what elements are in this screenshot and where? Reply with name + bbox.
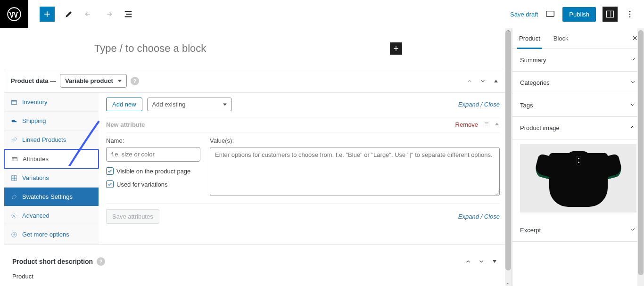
close-sidebar-icon[interactable]: × xyxy=(632,33,637,43)
inline-add-block-button[interactable] xyxy=(390,42,402,55)
tab-variations[interactable]: Variations xyxy=(4,169,99,188)
edit-icon[interactable] xyxy=(63,8,74,20)
product-image-thumbnail[interactable] xyxy=(520,144,636,212)
settings-panel-button[interactable] xyxy=(603,7,618,22)
product-data-header: Product data — Variable product ? xyxy=(4,69,507,93)
preview-icon[interactable] xyxy=(545,8,556,20)
add-new-attribute-button[interactable]: Add new xyxy=(106,98,142,111)
svg-rect-7 xyxy=(12,157,17,161)
swatches-icon xyxy=(11,194,17,200)
shipping-icon xyxy=(11,118,17,124)
editor-area: Type / to choose a block Product data — … xyxy=(0,28,512,286)
help-icon[interactable]: ? xyxy=(97,257,105,266)
short-description-header: Product short description ? xyxy=(4,250,508,273)
metabox-toggle-icon[interactable] xyxy=(490,257,499,266)
sidebar-section-summary[interactable]: Summary xyxy=(512,49,644,72)
product-data-label: Product data — xyxy=(11,77,56,84)
svg-rect-10 xyxy=(12,178,14,180)
short-description-title: Product short description xyxy=(12,258,93,265)
add-existing-select[interactable]: Add existing xyxy=(147,98,232,111)
metabox-down-icon[interactable] xyxy=(478,76,487,86)
product-data-metabox: Product data — Variable product ? Invent… xyxy=(4,69,508,245)
variations-icon xyxy=(11,175,17,181)
product-data-tabs: Inventory Shipping Linked Products Attri… xyxy=(4,93,99,244)
new-attribute-header[interactable]: New attribute Remove xyxy=(106,117,500,132)
name-label: Name: xyxy=(106,137,200,144)
svg-rect-2 xyxy=(607,11,614,17)
new-attribute-title: New attribute xyxy=(106,121,145,128)
tab-linked-products[interactable]: Linked Products xyxy=(4,131,99,149)
top-toolbar: Save draft Publish xyxy=(0,0,644,28)
reorder-icon[interactable] xyxy=(484,121,489,128)
attribute-name-input[interactable] xyxy=(106,147,200,162)
polo-shirt-image xyxy=(536,150,621,207)
chevron-down-icon xyxy=(629,101,636,110)
svg-point-3 xyxy=(629,11,631,12)
redo-icon[interactable] xyxy=(103,8,114,20)
chevron-down-icon xyxy=(629,78,636,87)
more-options-icon[interactable] xyxy=(624,8,636,20)
tab-swatches-settings[interactable]: Swatches Settings xyxy=(4,188,99,206)
undo-icon[interactable] xyxy=(83,8,94,20)
svg-point-5 xyxy=(629,16,631,18)
visible-checkbox-row[interactable]: Visible on the product page xyxy=(106,167,200,175)
tab-inventory[interactable]: Inventory xyxy=(4,93,99,112)
svg-point-0 xyxy=(8,8,21,21)
sidebar-section-excerpt[interactable]: Excerpt xyxy=(512,219,644,242)
block-inserter-row[interactable]: Type / to choose a block xyxy=(0,28,512,69)
checkbox-checked-icon xyxy=(106,180,114,188)
svg-rect-6 xyxy=(12,100,17,104)
svg-rect-8 xyxy=(12,175,14,178)
inventory-icon xyxy=(11,99,17,106)
tab-shipping[interactable]: Shipping xyxy=(4,112,99,131)
save-attributes-button[interactable]: Save attributes xyxy=(106,209,159,224)
product-footer-text: Product xyxy=(4,273,512,286)
svg-point-4 xyxy=(629,14,631,15)
product-type-select[interactable]: Variable product xyxy=(60,74,127,88)
expand-close-link-top[interactable]: Expand / Close xyxy=(458,101,500,108)
publish-button[interactable]: Publish xyxy=(562,7,596,22)
attributes-panel: Add new Add existing Expand / Close New … xyxy=(99,93,507,244)
help-icon[interactable]: ? xyxy=(131,77,139,85)
toolbar-left xyxy=(28,7,134,22)
attribute-values-textarea[interactable] xyxy=(210,147,500,196)
metabox-down-icon[interactable] xyxy=(477,257,486,266)
metabox-up-icon[interactable] xyxy=(465,76,474,86)
sidebar-tabs: Product Block × xyxy=(512,28,644,49)
document-outline-icon[interactable] xyxy=(123,8,134,20)
page-scrollbar[interactable] xyxy=(637,28,644,286)
tab-advanced[interactable]: Advanced xyxy=(4,206,99,225)
checkbox-checked-icon xyxy=(106,167,114,175)
tab-get-more-options[interactable]: Get more options xyxy=(4,225,99,244)
attributes-icon xyxy=(11,156,18,163)
metabox-up-icon[interactable] xyxy=(463,257,473,266)
collapse-icon[interactable] xyxy=(494,121,500,128)
sidebar-section-categories[interactable]: Categories xyxy=(512,72,644,94)
wordpress-logo[interactable] xyxy=(0,0,28,28)
used-for-variations-checkbox-row[interactable]: Used for variations xyxy=(106,180,200,188)
sidebar-section-product-image[interactable]: Product image xyxy=(512,117,644,139)
chevron-down-icon xyxy=(629,56,636,65)
link-icon xyxy=(11,137,17,143)
chevron-down-icon xyxy=(629,226,636,235)
gear-icon xyxy=(11,212,17,219)
sidebar-section-tags: Tags xyxy=(512,94,644,117)
svg-rect-1 xyxy=(546,11,554,16)
values-label: Value(s): xyxy=(210,137,500,144)
svg-rect-11 xyxy=(15,178,17,180)
svg-point-12 xyxy=(13,215,15,217)
add-block-button[interactable] xyxy=(40,7,55,22)
chevron-up-icon xyxy=(629,123,636,132)
remove-attribute-link[interactable]: Remove xyxy=(455,121,478,128)
more-icon xyxy=(11,231,17,238)
svg-rect-9 xyxy=(15,175,17,178)
block-placeholder-text: Type / to choose a block xyxy=(94,42,206,55)
metabox-toggle-icon[interactable] xyxy=(491,76,501,86)
settings-sidebar: Product Block × Summary Categories Tags … xyxy=(512,28,644,286)
save-draft-link[interactable]: Save draft xyxy=(510,11,538,18)
sidebar-tab-product[interactable]: Product xyxy=(512,28,547,49)
toolbar-right: Save draft Publish xyxy=(510,7,644,22)
tab-attributes[interactable]: Attributes xyxy=(4,149,99,169)
sidebar-tab-block[interactable]: Block xyxy=(547,28,575,49)
expand-close-link-bottom[interactable]: Expand / Close xyxy=(458,213,500,220)
